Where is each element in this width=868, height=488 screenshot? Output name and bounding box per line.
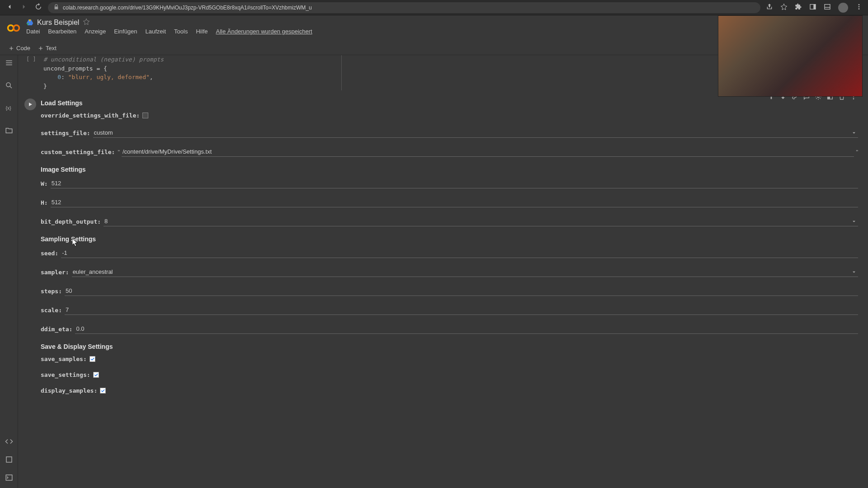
notebook-title[interactable]: Kurs Beispiel [37, 19, 79, 27]
h-input[interactable] [51, 197, 858, 207]
side-panel-icon[interactable] [809, 3, 816, 12]
drive-icon [26, 19, 33, 26]
svg-rect-2 [825, 4, 830, 9]
svg-rect-11 [6, 457, 12, 462]
custom-file-label: custom_settings_file: [41, 149, 115, 155]
reload-icon[interactable] [34, 3, 42, 13]
back-icon[interactable] [5, 3, 14, 13]
settings-file-label: settings_file: [41, 130, 90, 136]
section-save-settings: Save & Display Settings [41, 343, 858, 350]
menu-edit[interactable]: Bearbeiten [48, 28, 76, 35]
run-cell-button[interactable] [24, 98, 41, 403]
svg-point-6 [859, 8, 860, 9]
menu-tools[interactable]: Tools [174, 28, 188, 35]
steps-label: steps: [41, 288, 62, 295]
add-text-label: Text [46, 45, 57, 52]
colab-logo-icon [6, 21, 21, 35]
left-rail: {x} [0, 55, 18, 488]
add-code-label: Code [16, 45, 30, 52]
settings-file-value: custom [94, 129, 113, 136]
share-icon[interactable] [766, 3, 773, 12]
code-line: } [43, 82, 337, 91]
svg-point-5 [859, 6, 860, 7]
svg-rect-1 [813, 4, 816, 9]
display-samples-label: display_samples: [41, 387, 97, 394]
svg-point-7 [8, 25, 14, 31]
save-settings-label: save_settings: [41, 371, 90, 378]
code-editor[interactable]: # unconditional (negative) prompts uncon… [43, 55, 342, 90]
bitdepth-select[interactable]: 8 [104, 216, 858, 226]
sampler-select[interactable]: euler_ancestral [72, 267, 858, 277]
bitdepth-label: bit_depth_output: [41, 218, 101, 225]
lock-icon [53, 4, 59, 11]
code-snippets-icon[interactable] [5, 437, 13, 447]
chevron-down-icon [851, 130, 857, 136]
sampler-label: sampler: [41, 269, 69, 276]
menu-help[interactable]: Hilfe [196, 28, 208, 35]
scale-label: scale: [41, 307, 62, 314]
custom-file-input[interactable] [122, 147, 854, 157]
settings-file-select[interactable]: custom [93, 128, 858, 138]
menu-file[interactable]: Datei [26, 28, 40, 35]
files-icon[interactable] [5, 127, 13, 136]
kebab-icon[interactable] [855, 3, 863, 12]
star-icon[interactable] [780, 3, 788, 12]
variables-icon[interactable]: {x} [5, 104, 13, 114]
save-samples-label: save_samples: [41, 356, 87, 362]
override-label: override_settings_with_file: [41, 112, 140, 119]
display-samples-checkbox[interactable] [100, 388, 106, 394]
main-content: [ ] # unconditional (negative) prompts u… [18, 55, 868, 488]
section-image-settings: Image Settings [41, 166, 858, 173]
svg-point-4 [859, 4, 860, 5]
add-text-button[interactable]: Text [38, 45, 57, 52]
svg-point-18 [853, 98, 854, 99]
add-code-button[interactable]: Code [8, 45, 30, 52]
extensions-icon[interactable] [795, 3, 802, 12]
seed-input[interactable] [61, 248, 858, 258]
url-bar[interactable]: colab.research.google.com/drive/13G9KHyM… [48, 2, 760, 13]
steps-input[interactable] [65, 286, 858, 296]
form-cell: Load Settings override_settings_with_fil… [18, 94, 868, 407]
menu-runtime[interactable]: Laufzeit [146, 28, 166, 35]
override-checkbox[interactable] [142, 113, 148, 118]
menu-insert[interactable]: Einfügen [114, 28, 137, 35]
toc-icon[interactable] [5, 59, 13, 69]
menu-saved-status[interactable]: Alle Änderungen wurden gespeichert [216, 28, 312, 35]
profile-avatar[interactable] [838, 3, 848, 13]
command-palette-icon[interactable] [5, 455, 13, 465]
search-icon[interactable] [5, 81, 13, 91]
ddim-label: ddim_eta: [41, 326, 72, 333]
bitdepth-value: 8 [104, 218, 108, 225]
url-text: colab.research.google.com/drive/13G9KHyM… [63, 5, 312, 11]
webcam-overlay [718, 15, 863, 97]
w-input[interactable] [51, 178, 858, 188]
chevron-down-icon [851, 269, 857, 275]
quote-close: " [856, 149, 858, 155]
mouse-cursor-icon [72, 239, 79, 249]
svg-point-9 [6, 83, 10, 87]
h-label: H: [41, 199, 48, 206]
seed-label: seed: [41, 250, 58, 257]
section-sampling-settings: Sampling Settings [41, 235, 858, 243]
menu-bar: Datei Bearbeiten Anzeige Einfügen Laufze… [26, 28, 312, 35]
menu-view[interactable]: Anzeige [85, 28, 106, 35]
browser-chrome: colab.research.google.com/drive/13G9KHyM… [0, 0, 868, 15]
section-load-settings: Load Settings [41, 99, 858, 107]
svg-rect-12 [6, 475, 12, 480]
save-samples-checkbox[interactable] [90, 356, 95, 362]
code-line: uncond_prompts = { [43, 64, 337, 73]
chevron-down-icon [851, 218, 857, 225]
sampler-value: euler_ancestral [73, 268, 113, 275]
save-settings-checkbox[interactable] [93, 372, 99, 378]
terminal-icon[interactable] [5, 474, 13, 483]
scale-input[interactable] [65, 305, 858, 315]
svg-point-8 [14, 25, 19, 31]
code-line: 0: "blurr, ugly, deformed", [43, 73, 337, 82]
w-label: W: [41, 180, 48, 187]
star-notebook-icon[interactable] [83, 18, 90, 27]
cell-exec-indicator: [ ] [26, 55, 43, 90]
ddim-input[interactable] [75, 324, 858, 334]
forward-icon[interactable] [20, 3, 28, 13]
quote-open: " [118, 149, 120, 155]
devtools-icon[interactable] [824, 3, 831, 12]
